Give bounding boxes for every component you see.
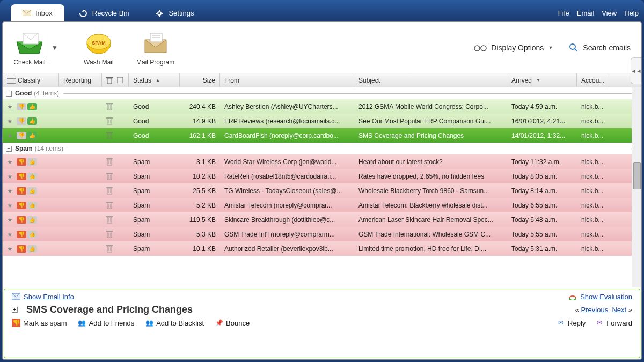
classify-thumbs[interactable]: 👎👍 <box>17 245 37 253</box>
check-mail-button[interactable]: Check Mail <box>13 29 46 66</box>
star-icon[interactable]: ★ <box>7 158 13 166</box>
header-size[interactable]: Size <box>180 73 220 87</box>
thumb-up-icon[interactable]: 👍 <box>27 202 37 209</box>
header-account[interactable]: Accou... <box>577 73 609 87</box>
header-reporting[interactable]: Reporting <box>59 73 102 87</box>
trash-icon[interactable] <box>106 117 114 125</box>
star-icon[interactable]: ★ <box>7 216 13 224</box>
group-header-good[interactable]: − Good (4 items) <box>3 87 641 99</box>
bounce-button[interactable]: 📌Bounce <box>215 319 250 327</box>
menu-file[interactable]: File <box>558 9 569 17</box>
star-icon[interactable]: ★ <box>7 245 13 253</box>
thumb-down-icon[interactable]: 👎 <box>17 103 26 110</box>
classify-thumbs[interactable]: 👎👍 <box>17 216 37 224</box>
classify-thumbs[interactable]: 👎👍 <box>17 103 37 110</box>
thumb-down-icon[interactable]: 👎 <box>17 216 26 224</box>
header-arrived[interactable]: Arrived <box>507 73 577 87</box>
classify-thumbs[interactable]: 👎👍 <box>17 158 37 166</box>
collapse-icon[interactable]: − <box>6 91 12 97</box>
thumb-down-icon[interactable]: 👎 <box>17 202 26 209</box>
star-icon[interactable]: ★ <box>7 173 13 180</box>
previous-link[interactable]: Previous <box>581 306 609 314</box>
thumb-down-icon[interactable]: 👎 <box>17 173 26 180</box>
menu-help[interactable]: Help <box>624 9 639 17</box>
trash-icon[interactable] <box>106 158 114 166</box>
classify-thumbs[interactable]: 👎👍 <box>17 117 37 125</box>
star-icon[interactable]: ★ <box>7 117 13 125</box>
trash-icon[interactable] <box>106 102 114 111</box>
email-row[interactable]: ★ 👎👍 Spam 119.5 KB Skincare Breakthrough… <box>3 212 641 227</box>
star-icon[interactable]: ★ <box>7 132 13 139</box>
thumb-up-icon[interactable]: 👍 <box>27 103 37 110</box>
check-mail-dropdown[interactable]: ▼ <box>48 34 61 61</box>
trash-icon[interactable] <box>106 201 114 210</box>
email-row[interactable]: ★ 👎👍 Good 162.1 KB CardBoardFish (norepl… <box>3 128 641 143</box>
email-row[interactable]: ★ 👎👍 Spam 25.5 KB TG Wireless - TodaysCl… <box>3 183 641 198</box>
classify-thumbs[interactable]: 👎👍 <box>17 173 37 180</box>
group-header-spam[interactable]: − Spam (14 items) <box>3 143 641 154</box>
add-friends-button[interactable]: 👥Add to Friends <box>78 319 135 327</box>
email-row[interactable]: ★ 👎👍 Spam 3.1 KB World Star Wireless Cor… <box>3 154 641 169</box>
expand-icon[interactable]: + <box>12 307 18 313</box>
email-row[interactable]: ★ 👎👍 Good 240.4 KB Ashley Berstien (Ashl… <box>3 99 641 114</box>
thumb-up-icon[interactable]: 👍 <box>27 158 37 166</box>
trash-icon[interactable] <box>106 187 114 195</box>
thumb-up-icon[interactable]: 👍 <box>27 187 37 195</box>
email-row[interactable]: ★ 👎👍 Spam 5.3 KB GSM Trade Int'l (norepl… <box>3 227 641 241</box>
thumb-up-icon[interactable]: 👍 <box>27 117 37 125</box>
thumb-down-icon[interactable]: 👎 <box>17 231 26 238</box>
tab-settings[interactable]: Settings <box>144 4 206 21</box>
star-icon[interactable]: ★ <box>7 187 13 195</box>
email-row[interactable]: ★ 👎👍 Spam 5.2 KB Amistar Telecom (norepl… <box>3 198 641 212</box>
forward-button[interactable]: ✉Forward <box>595 319 632 327</box>
add-blacklist-button[interactable]: 👥Add to Blacklist <box>145 319 204 327</box>
classify-thumbs[interactable]: 👎👍 <box>17 132 37 139</box>
thumb-up-icon[interactable]: 👍 <box>27 173 37 180</box>
trash-icon[interactable] <box>106 230 114 239</box>
panel-expand-handle[interactable]: ◄◄ <box>631 57 641 84</box>
trash-icon[interactable] <box>106 216 114 224</box>
header-classify[interactable]: Classify <box>3 73 59 87</box>
mail-program-button[interactable]: Mail Program <box>136 29 174 66</box>
thumb-down-icon[interactable]: 👎 <box>17 158 26 166</box>
header-delete[interactable] <box>102 73 129 87</box>
show-email-info-link[interactable]: Show Email Info <box>12 292 74 301</box>
tab-inbox[interactable]: Inbox <box>11 4 64 21</box>
menu-email[interactable]: Email <box>577 9 595 17</box>
header-status[interactable]: Status <box>129 73 180 87</box>
menu-view[interactable]: View <box>602 9 617 17</box>
trash-icon[interactable] <box>106 131 114 140</box>
thumb-down-icon[interactable]: 👎 <box>17 187 26 195</box>
scrollbar-thumb[interactable] <box>633 162 641 189</box>
trash-icon[interactable] <box>106 172 114 181</box>
mark-spam-button[interactable]: 👎Mark as spam <box>12 319 67 327</box>
trash-icon[interactable] <box>106 245 114 253</box>
star-icon[interactable]: ★ <box>7 231 13 238</box>
classify-thumbs[interactable]: 👎👍 <box>17 187 37 195</box>
next-link[interactable]: Next <box>612 306 626 314</box>
email-row[interactable]: ★ 👎👍 Good 14.9 KB ERP Reviews (research@… <box>3 114 641 128</box>
thumb-up-icon[interactable]: 👍 <box>27 231 37 238</box>
thumb-down-icon[interactable]: 👎 <box>17 132 26 139</box>
star-icon[interactable]: ★ <box>7 202 13 209</box>
email-row[interactable]: ★ 👎👍 Spam 10.2 KB RateRefi (rosabel18nt5… <box>3 169 641 183</box>
thumb-down-icon[interactable]: 👎 <box>17 117 26 125</box>
thumb-up-icon[interactable]: 👍 <box>27 132 37 139</box>
thumb-down-icon[interactable]: 👎 <box>17 245 26 253</box>
classify-thumbs[interactable]: 👎👍 <box>17 231 37 238</box>
reply-button[interactable]: ✉Reply <box>557 319 586 327</box>
classify-thumbs[interactable]: 👎👍 <box>17 202 37 209</box>
tab-recycle[interactable]: Recycle Bin <box>68 4 141 21</box>
display-options-button[interactable]: Display Options ▼ <box>474 43 553 52</box>
show-evaluation-link[interactable]: Show Evaluation <box>568 292 632 301</box>
header-subject[interactable]: Subject <box>354 73 507 87</box>
thumb-up-icon[interactable]: 👍 <box>27 245 37 253</box>
wash-mail-button[interactable]: SPAM Wash Mail <box>83 29 115 66</box>
header-from[interactable]: From <box>220 73 354 87</box>
vertical-scrollbar[interactable] <box>632 87 641 287</box>
star-icon[interactable]: ★ <box>7 103 13 110</box>
email-row[interactable]: ★ 👎👍 Spam 10.1 KB Authorized Retailer (b… <box>3 241 641 256</box>
collapse-icon[interactable]: − <box>6 146 12 152</box>
search-emails-button[interactable]: Search emails <box>569 43 631 53</box>
thumb-up-icon[interactable]: 👍 <box>27 216 37 224</box>
